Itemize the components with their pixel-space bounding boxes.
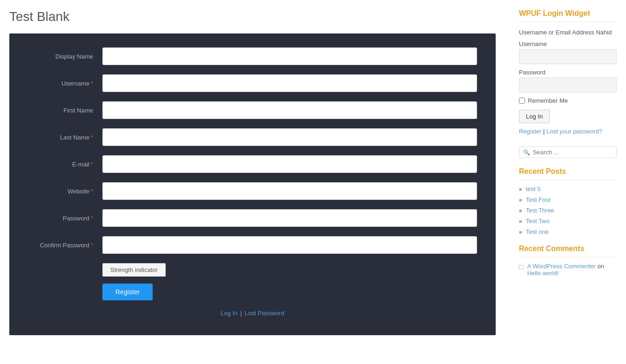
lost-password-link[interactable]: Lost Password xyxy=(245,310,284,317)
username-input[interactable] xyxy=(102,74,477,92)
email-label: E-mail* xyxy=(28,161,102,168)
display-name-row: Display Name xyxy=(28,47,477,65)
first-name-input[interactable] xyxy=(102,101,477,119)
sidebar-password-label: Password xyxy=(519,69,617,76)
password-row: Password* xyxy=(28,209,477,227)
password-input[interactable] xyxy=(102,209,477,227)
page-title: Test Blank xyxy=(9,9,496,24)
email-row: E-mail* xyxy=(28,155,477,173)
strength-indicator: Strength indicator xyxy=(102,263,166,277)
list-item: ■ Test Four xyxy=(519,196,617,203)
list-item: ■ test 5 xyxy=(519,185,617,192)
remember-me-checkbox[interactable] xyxy=(519,98,525,104)
sidebar-password-input[interactable] xyxy=(519,78,617,93)
post-list: ■ test 5 ■ Test Four ■ Test Three ■ Test… xyxy=(519,185,617,235)
sidebar-widget-links: Register | Lost your password? xyxy=(519,128,617,135)
search-input[interactable] xyxy=(533,149,613,156)
username-required: * xyxy=(91,80,93,87)
recent-comments-widget: Recent Comments □ A WordPress Commenter … xyxy=(519,245,617,277)
confirm-password-label: Confirm Password* xyxy=(28,242,102,249)
username-label: Username* xyxy=(28,80,102,87)
password-required: * xyxy=(91,215,93,222)
last-name-input[interactable] xyxy=(102,128,477,146)
password-label: Password* xyxy=(28,215,102,222)
website-label: Website* xyxy=(28,188,102,195)
login-widget-title: WPUF Login Widget xyxy=(519,9,617,22)
website-row: Website* xyxy=(28,182,477,200)
comment-post-link[interactable]: Hello world! xyxy=(527,270,559,277)
display-name-label: Display Name xyxy=(28,53,102,60)
last-name-required: * xyxy=(91,134,93,141)
comment-bubble-icon: □ xyxy=(519,263,524,271)
strength-indicator-row: Strength indicator xyxy=(102,263,477,277)
post-link[interactable]: Test Two xyxy=(526,218,550,225)
confirm-password-row: Confirm Password* xyxy=(28,236,477,254)
sidebar-lost-password-link[interactable]: Lost your password? xyxy=(546,128,602,135)
register-button[interactable]: Register xyxy=(102,284,153,300)
search-icon: 🔍 xyxy=(523,149,530,156)
email-input[interactable] xyxy=(102,155,477,173)
first-name-row: First Name xyxy=(28,101,477,119)
recent-posts-title: Recent Posts xyxy=(519,167,617,180)
post-icon: ■ xyxy=(519,186,522,192)
confirm-password-required: * xyxy=(91,242,93,249)
bottom-links: Log In | Lost Password xyxy=(28,310,477,317)
website-input[interactable] xyxy=(102,182,477,200)
recent-posts-widget: Recent Posts ■ test 5 ■ Test Four ■ Test… xyxy=(519,167,617,235)
post-link[interactable]: Test Four xyxy=(526,196,551,203)
list-item: ■ Test one xyxy=(519,228,617,235)
list-item: ■ Test Two xyxy=(519,218,617,225)
sidebar-username-label: Username xyxy=(519,40,617,47)
register-row: Register xyxy=(102,284,477,300)
post-icon: ■ xyxy=(519,208,522,213)
sidebar-register-link[interactable]: Register xyxy=(519,128,541,135)
links-separator: | xyxy=(240,310,242,317)
registration-form: Display Name Username* First Name Last N… xyxy=(9,33,496,335)
email-required: * xyxy=(91,161,93,168)
display-name-input[interactable] xyxy=(102,47,477,65)
comment-item: □ A WordPress Commenter on Hello world! xyxy=(519,263,617,277)
list-item: ■ Test Three xyxy=(519,207,617,214)
confirm-password-input[interactable] xyxy=(102,236,477,254)
post-icon: ■ xyxy=(519,197,522,203)
recent-comments-title: Recent Comments xyxy=(519,245,617,257)
comment-text: A WordPress Commenter on Hello world! xyxy=(527,263,617,277)
search-box: 🔍 xyxy=(519,146,617,158)
login-widget: WPUF Login Widget Username or Email Addr… xyxy=(519,9,617,135)
sidebar-username-input[interactable] xyxy=(519,49,617,64)
post-link[interactable]: Test Three xyxy=(526,207,554,214)
sidebar: WPUF Login Widget Username or Email Addr… xyxy=(514,9,617,335)
last-name-row: Last Name* xyxy=(28,128,477,146)
website-required: * xyxy=(91,188,93,195)
remember-me-label: Remember Me xyxy=(528,97,568,104)
sidebar-login-button[interactable]: Log In xyxy=(519,110,550,123)
remember-me-row: Remember Me xyxy=(519,97,617,104)
comment-author-link[interactable]: A WordPress Commenter xyxy=(527,263,596,270)
first-name-label: First Name xyxy=(28,107,102,114)
username-row: Username* xyxy=(28,74,477,92)
post-icon: ■ xyxy=(519,218,522,224)
post-icon: ■ xyxy=(519,229,522,235)
post-link[interactable]: Test one xyxy=(526,228,549,235)
post-link[interactable]: test 5 xyxy=(526,185,541,192)
username-email-label: Username or Email Address Nahid xyxy=(519,29,617,36)
login-link[interactable]: Log In xyxy=(221,310,237,317)
last-name-label: Last Name* xyxy=(28,134,102,141)
